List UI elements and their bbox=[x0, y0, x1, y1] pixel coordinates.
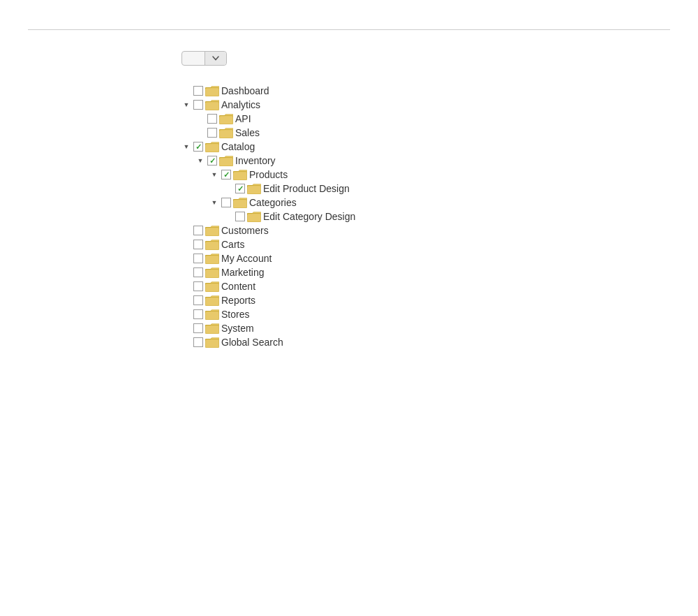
tree-label-products: Products bbox=[249, 169, 288, 180]
tree-row-catalog: Catalog bbox=[181, 141, 670, 152]
tree-collapse-icon-products[interactable] bbox=[209, 170, 219, 179]
resources-label bbox=[28, 82, 181, 87]
tree-label-edit-category-design: Edit Category Design bbox=[263, 211, 355, 222]
tree-row-reports: Reports bbox=[181, 295, 670, 306]
tree-item-analytics: Analytics API Sales bbox=[181, 99, 670, 138]
resource-access-label bbox=[28, 51, 181, 55]
svg-rect-16 bbox=[205, 311, 219, 320]
tree-label-global-search: Global Search bbox=[221, 337, 283, 348]
resource-access-control bbox=[181, 51, 670, 66]
tree-label-categories: Categories bbox=[249, 197, 297, 208]
tree-item-dashboard: Dashboard bbox=[181, 85, 670, 96]
folder-icon-carts bbox=[205, 239, 219, 250]
tree-label-reports: Reports bbox=[221, 295, 255, 306]
tree-row-system: System bbox=[181, 323, 670, 334]
tree-checkbox-system[interactable] bbox=[193, 323, 203, 333]
svg-rect-8 bbox=[233, 200, 247, 208]
tree-row-categories: Categories bbox=[209, 197, 670, 208]
tree-collapse-icon-catalog[interactable] bbox=[181, 142, 191, 152]
tree-checkbox-categories[interactable] bbox=[221, 198, 231, 207]
resources-row: Dashboard Analytics API Sales Catalog In… bbox=[28, 82, 670, 351]
folder-icon-catalog bbox=[205, 141, 219, 152]
tree-item-reports: Reports bbox=[181, 295, 670, 306]
folder-icon-global-search bbox=[205, 337, 219, 348]
tree-item-products: Products Edit Product Design bbox=[209, 169, 670, 194]
tree-checkbox-api[interactable] bbox=[207, 114, 217, 124]
tree-row-content: Content bbox=[181, 281, 670, 292]
tree-row-edit-product-design: Edit Product Design bbox=[223, 183, 670, 194]
svg-rect-14 bbox=[205, 284, 219, 292]
resource-access-dropdown[interactable] bbox=[181, 51, 227, 66]
tree-row-my-account: My Account bbox=[181, 253, 670, 264]
tree-checkbox-inventory[interactable] bbox=[207, 156, 217, 166]
tree-item-categories: Categories Edit Category Design bbox=[209, 197, 670, 222]
tree-label-my-account: My Account bbox=[221, 253, 272, 264]
tree-checkbox-customers[interactable] bbox=[193, 226, 203, 235]
tree-collapse-icon-analytics[interactable] bbox=[181, 100, 191, 110]
folder-icon-edit-product-design bbox=[247, 183, 261, 194]
tree-item-edit-category-design: Edit Category Design bbox=[223, 211, 670, 222]
tree-row-inventory: Inventory bbox=[195, 155, 670, 166]
tree-collapse-icon-inventory[interactable] bbox=[195, 156, 205, 166]
tree-checkbox-global-search[interactable] bbox=[193, 337, 203, 347]
tree-collapse-icon-categories[interactable] bbox=[209, 198, 219, 207]
dropdown-arrow-icon[interactable] bbox=[205, 52, 226, 65]
tree-checkbox-stores[interactable] bbox=[193, 309, 203, 319]
svg-rect-11 bbox=[205, 242, 219, 250]
tree-checkbox-analytics[interactable] bbox=[193, 100, 203, 110]
folder-icon-stores bbox=[205, 309, 219, 320]
tree-item-global-search: Global Search bbox=[181, 337, 670, 348]
tree-label-analytics: Analytics bbox=[221, 99, 260, 110]
tree-checkbox-edit-product-design[interactable] bbox=[235, 184, 245, 193]
tree-row-sales: Sales bbox=[195, 127, 670, 138]
tree-row-marketing: Marketing bbox=[181, 267, 670, 278]
svg-rect-2 bbox=[219, 116, 233, 124]
folder-icon-categories bbox=[233, 197, 247, 208]
tree-checkbox-my-account[interactable] bbox=[193, 254, 203, 263]
tree-row-api: API bbox=[195, 113, 670, 124]
tree-item-api: API bbox=[195, 113, 670, 124]
page-container: Dashboard Analytics API Sales Catalog In… bbox=[0, 0, 698, 388]
tree-checkbox-reports[interactable] bbox=[193, 295, 203, 305]
tree-checkbox-marketing[interactable] bbox=[193, 267, 203, 277]
tree-item-edit-product-design: Edit Product Design bbox=[223, 183, 670, 194]
resource-tree: Dashboard Analytics API Sales Catalog In… bbox=[181, 85, 670, 348]
tree-checkbox-edit-category-design[interactable] bbox=[235, 212, 245, 221]
tree-checkbox-sales[interactable] bbox=[207, 128, 217, 138]
tree-label-stores: Stores bbox=[221, 309, 249, 320]
tree-item-customers: Customers bbox=[181, 225, 670, 236]
svg-rect-17 bbox=[205, 325, 219, 334]
tree-checkbox-dashboard[interactable] bbox=[193, 86, 203, 96]
folder-icon-edit-category-design bbox=[247, 211, 261, 222]
tree-row-edit-category-design: Edit Category Design bbox=[223, 211, 670, 222]
tree-label-edit-product-design: Edit Product Design bbox=[263, 183, 350, 194]
folder-icon-sales bbox=[219, 127, 233, 138]
tree-item-carts: Carts bbox=[181, 239, 670, 250]
tree-item-my-account: My Account bbox=[181, 253, 670, 264]
tree-item-system: System bbox=[181, 323, 670, 334]
tree-checkbox-products[interactable] bbox=[221, 170, 231, 179]
svg-rect-0 bbox=[205, 88, 219, 96]
tree-row-global-search: Global Search bbox=[181, 337, 670, 348]
svg-rect-10 bbox=[205, 228, 219, 236]
tree-label-api: API bbox=[235, 113, 251, 124]
svg-rect-9 bbox=[247, 214, 261, 222]
tree-row-analytics: Analytics bbox=[181, 99, 670, 110]
tree-row-stores: Stores bbox=[181, 309, 670, 320]
tree-label-customers: Customers bbox=[221, 225, 269, 236]
svg-rect-4 bbox=[205, 144, 219, 152]
svg-rect-13 bbox=[205, 270, 219, 278]
folder-icon-analytics bbox=[205, 99, 219, 110]
tree-checkbox-content[interactable] bbox=[193, 281, 203, 291]
tree-label-content: Content bbox=[221, 281, 255, 292]
svg-rect-15 bbox=[205, 298, 219, 306]
tree-item-inventory: Inventory Products Edit Product Design C… bbox=[195, 155, 670, 222]
svg-rect-5 bbox=[219, 158, 233, 166]
tree-checkbox-catalog[interactable] bbox=[193, 142, 203, 152]
section-divider bbox=[28, 29, 670, 30]
tree-item-marketing: Marketing bbox=[181, 267, 670, 278]
folder-icon-customers bbox=[205, 225, 219, 236]
tree-checkbox-carts[interactable] bbox=[193, 240, 203, 249]
tree-label-marketing: Marketing bbox=[221, 267, 264, 278]
folder-icon-reports bbox=[205, 295, 219, 306]
